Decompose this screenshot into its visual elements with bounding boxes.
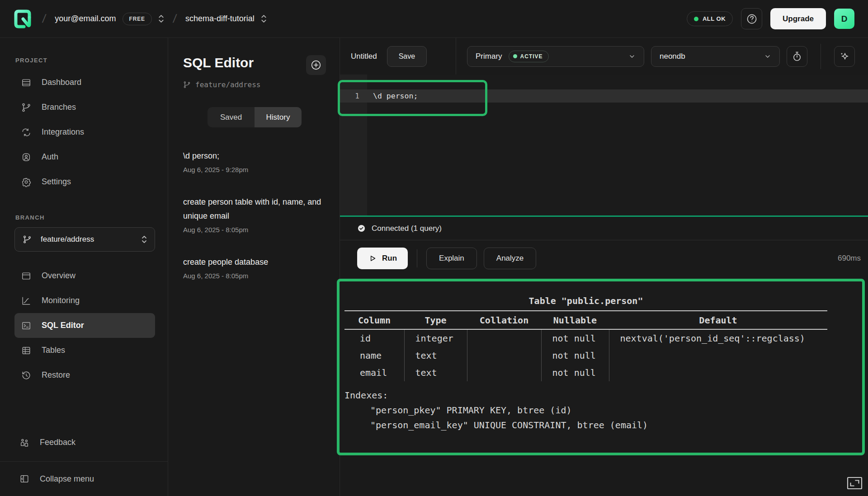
column-header: Collation [467, 311, 541, 329]
tab-history[interactable]: History [255, 107, 302, 127]
table-row: id integer not null nextval('person_id_s… [344, 329, 827, 347]
breadcrumb-project-name[interactable]: schema-diff-tutorial [185, 14, 255, 23]
query-timing-button[interactable] [787, 46, 807, 67]
sidebar-item-settings[interactable]: Settings [14, 169, 155, 194]
sidebar-item-restore[interactable]: Restore [14, 363, 155, 388]
sql-editor-icon [21, 321, 31, 331]
compute-selector[interactable]: Primary ACTIVE [467, 46, 644, 67]
chevron-down-icon [628, 53, 636, 60]
sidebar-item-monitoring[interactable]: Monitoring [14, 288, 155, 313]
history-item[interactable]: \d person; Aug 6, 2025 - 9:28pm [183, 149, 326, 173]
sidebar-item-dashboard[interactable]: Dashboard [14, 70, 155, 95]
check-circle-icon [357, 224, 366, 233]
new-query-button[interactable] [306, 55, 326, 75]
connection-status-bar: Connected (1 query) [340, 217, 868, 240]
sidebar-item-branches[interactable]: Branches [14, 95, 155, 120]
cell: not null [541, 347, 609, 364]
sidebar-item-label: Settings [42, 177, 71, 187]
cell [467, 347, 541, 364]
feedback-icon [19, 438, 29, 448]
sparkle-icon [839, 51, 850, 62]
sidebar-item-auth[interactable]: Auth [14, 145, 155, 169]
sidebar-item-label: Integrations [42, 127, 84, 137]
neon-logo[interactable] [14, 9, 33, 29]
query-duration: 690ms [838, 254, 861, 263]
collapse-menu-label: Collapse menu [40, 474, 94, 484]
chevron-down-icon [764, 53, 771, 60]
help-button[interactable] [741, 8, 762, 29]
integrations-icon [21, 127, 31, 137]
cell: integer [404, 329, 467, 347]
tab-saved[interactable]: Saved [208, 107, 255, 127]
database-selector[interactable]: neondb [651, 46, 780, 67]
table-row: email text not null [344, 364, 827, 381]
compute-status-badge: ACTIVE [509, 51, 549, 62]
branch-selector[interactable]: feature/address [14, 227, 155, 252]
history-item[interactable]: create people database Aug 6, 2025 - 8:0… [183, 255, 326, 280]
history-timestamp: Aug 6, 2025 - 9:28pm [183, 166, 326, 173]
feedback-button[interactable]: Feedback [13, 430, 155, 455]
cell: email [344, 364, 404, 381]
account-switcher-chevrons-icon[interactable] [158, 14, 164, 23]
sidebar-item-tables[interactable]: Tables [14, 338, 155, 363]
result-table: Column Type Collation Nullable Default i… [344, 310, 827, 381]
panel-branch-indicator: feature/address [183, 80, 326, 89]
table-row: name text not null [344, 347, 827, 364]
fullscreen-button[interactable] [846, 476, 863, 490]
sidebar-footer: Feedback Collapse menu [13, 430, 155, 496]
status-label: ALL OK [703, 15, 726, 22]
ai-assist-button[interactable] [834, 46, 855, 67]
cell: nextval('person_id_seq'::regclass) [609, 329, 827, 347]
status-dot-icon [694, 17, 698, 21]
explain-button[interactable]: Explain [426, 248, 477, 269]
system-status-badge[interactable]: ALL OK [687, 11, 733, 26]
cell: not null [541, 364, 609, 381]
collapse-menu-button[interactable]: Collapse menu [13, 462, 155, 496]
project-switcher-chevrons-icon[interactable] [261, 14, 267, 23]
column-header: Nullable [541, 311, 609, 329]
history-timestamp: Aug 6, 2025 - 8:05pm [183, 272, 326, 280]
run-button[interactable]: Run [357, 248, 408, 269]
index-entry: "person_email_key" UNIQUE CONSTRAINT, bt… [344, 418, 862, 433]
branch-selector-value: feature/address [41, 235, 94, 244]
query-tab: Untitled Save [340, 38, 456, 75]
upgrade-button[interactable]: Upgrade [770, 8, 826, 29]
page-title: SQL Editor [183, 55, 254, 71]
sidebar-item-label: Auth [42, 152, 58, 162]
sidebar-item-overview[interactable]: Overview [14, 263, 155, 288]
query-tab-name[interactable]: Untitled [351, 52, 377, 61]
sql-code-editor[interactable]: 1 \d person; [340, 75, 868, 215]
index-entry: "person_pkey" PRIMARY KEY, btree (id) [344, 403, 862, 418]
breadcrumb-separator: / [172, 12, 178, 26]
sidebar-item-integrations[interactable]: Integrations [14, 120, 155, 145]
plan-badge: FREE [123, 13, 152, 25]
sidebar-item-sql-editor[interactable]: SQL Editor [14, 313, 155, 338]
play-icon [368, 254, 377, 263]
tables-icon [21, 346, 31, 356]
collapse-panel-icon [19, 474, 29, 484]
editor-line-number: 1 [340, 89, 359, 103]
query-actions-bar: Run Explain Analyze 690ms [340, 240, 868, 276]
history-item[interactable]: create person table with id, name, and u… [183, 195, 326, 234]
run-label: Run [382, 254, 397, 263]
analyze-button[interactable]: Analyze [484, 248, 536, 269]
cell [609, 364, 827, 381]
history-query: \d person; [183, 149, 323, 163]
user-avatar[interactable]: D [834, 9, 854, 29]
editor-code-line: \d person; [373, 89, 418, 103]
editor-toolbar: Untitled Save Primary ACTIVE neondb [340, 38, 868, 75]
neon-console: / your@email.com FREE / schema-diff-tuto… [0, 0, 868, 496]
sidebar-item-label: SQL Editor [42, 321, 84, 330]
actions-divider [417, 249, 417, 267]
sidebar-item-label: Tables [42, 346, 65, 355]
cell: id [344, 329, 404, 347]
editor-active-line [340, 89, 868, 103]
restore-icon [21, 370, 31, 380]
panel-branch-label: feature/address [195, 80, 261, 89]
breadcrumb-account-email[interactable]: your@email.com [55, 14, 116, 23]
save-button[interactable]: Save [387, 46, 427, 67]
sidebar-item-label: Restore [42, 370, 70, 380]
toolbar-divider [821, 44, 821, 69]
cell: text [404, 347, 467, 364]
sidebar-section-project: PROJECT [15, 57, 155, 64]
